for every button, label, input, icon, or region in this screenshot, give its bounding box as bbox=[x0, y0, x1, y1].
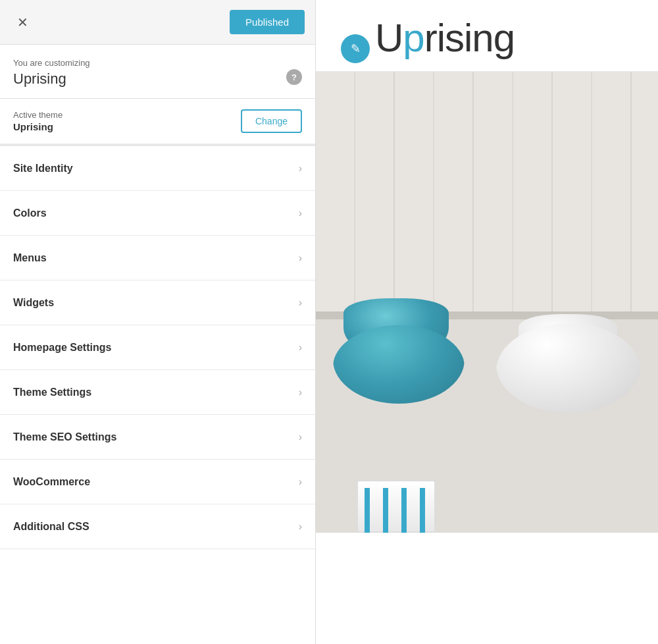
change-theme-button[interactable]: Change bbox=[241, 109, 302, 133]
preview-panel: ✎ Uprising bbox=[316, 0, 658, 644]
top-bar: ✕ Published bbox=[0, 0, 315, 45]
menu-item-additional-css[interactable]: Additional CSS › bbox=[0, 504, 315, 549]
menu-item-woocommerce[interactable]: WooCommerce › bbox=[0, 460, 315, 504]
mug bbox=[357, 480, 436, 533]
pencil-icon: ✎ bbox=[351, 41, 361, 56]
title-suffix: rising bbox=[424, 16, 515, 60]
menu-item-homepage-settings[interactable]: Homepage Settings › bbox=[0, 325, 315, 370]
active-theme-label: Active theme bbox=[13, 110, 241, 120]
panels-background bbox=[316, 72, 658, 325]
chevron-right-icon: › bbox=[299, 207, 302, 219]
chevron-right-icon: › bbox=[299, 521, 302, 533]
menu-item-label-homepage-settings: Homepage Settings bbox=[13, 342, 111, 354]
chevron-right-icon: › bbox=[299, 387, 302, 398]
chevron-right-icon: › bbox=[299, 476, 302, 488]
menu-item-label-widgets: Widgets bbox=[13, 297, 54, 309]
chevron-right-icon: › bbox=[299, 163, 302, 174]
edit-icon[interactable]: ✎ bbox=[341, 34, 370, 63]
title-prefix: U bbox=[375, 16, 403, 60]
menu-item-label-additional-css: Additional CSS bbox=[13, 521, 89, 533]
menu-item-label-theme-settings: Theme Settings bbox=[13, 387, 91, 398]
mug-stripe bbox=[358, 488, 434, 533]
customizing-label: You are customizing bbox=[13, 58, 302, 68]
help-icon[interactable]: ? bbox=[286, 69, 302, 85]
published-button[interactable]: Published bbox=[230, 10, 305, 34]
menu-list: Site Identity › Colors › Menus › Widgets… bbox=[0, 146, 315, 644]
theme-info: Active theme Uprising bbox=[13, 110, 241, 132]
menu-item-label-theme-seo-settings: Theme SEO Settings bbox=[13, 431, 116, 443]
menu-item-site-identity[interactable]: Site Identity › bbox=[0, 146, 315, 191]
theme-row: Active theme Uprising Change bbox=[0, 99, 315, 146]
menu-item-label-menus: Menus bbox=[13, 252, 47, 264]
customizer-panel: ✕ Published You are customizing Uprising… bbox=[0, 0, 316, 644]
menu-item-label-site-identity: Site Identity bbox=[13, 163, 73, 174]
menu-item-theme-settings[interactable]: Theme Settings › bbox=[0, 370, 315, 415]
close-button[interactable]: ✕ bbox=[11, 11, 34, 34]
menu-item-label-woocommerce: WooCommerce bbox=[13, 476, 90, 488]
active-theme-name: Uprising bbox=[13, 121, 241, 132]
chevron-right-icon: › bbox=[299, 252, 302, 264]
chevron-right-icon: › bbox=[299, 342, 302, 354]
menu-item-theme-seo-settings[interactable]: Theme SEO Settings › bbox=[0, 415, 315, 460]
site-title: Uprising bbox=[375, 18, 619, 58]
menu-item-colors[interactable]: Colors › bbox=[0, 191, 315, 236]
menu-item-label-colors: Colors bbox=[13, 207, 47, 219]
customizer-info: You are customizing Uprising ? bbox=[0, 45, 315, 99]
preview-image bbox=[316, 72, 658, 533]
site-header: Uprising bbox=[316, 0, 658, 72]
chevron-right-icon: › bbox=[299, 431, 302, 443]
chevron-right-icon: › bbox=[299, 297, 302, 309]
menu-item-menus[interactable]: Menus › bbox=[0, 236, 315, 281]
menu-item-widgets[interactable]: Widgets › bbox=[0, 281, 315, 325]
title-highlight: p bbox=[403, 16, 424, 60]
site-name: Uprising bbox=[13, 70, 302, 88]
